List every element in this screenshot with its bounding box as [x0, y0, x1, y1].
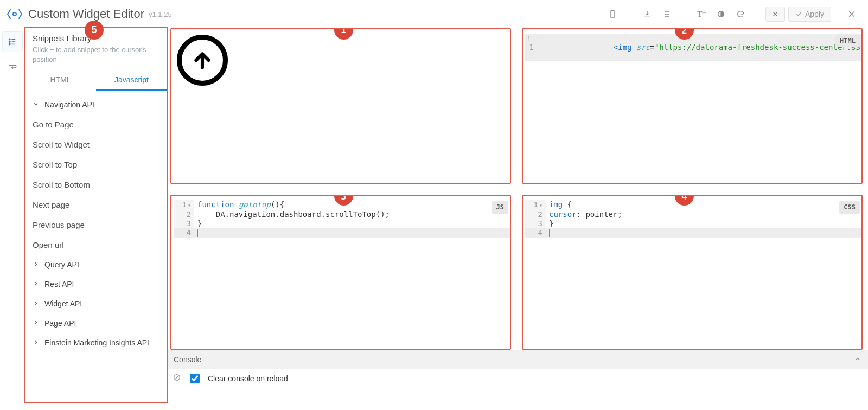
editor-grid: 1 2 HTML i1 <img src="https://datorama-f…	[167, 28, 868, 350]
refresh-icon[interactable]	[731, 7, 750, 22]
snippet-scroll-to-bottom[interactable]: Scroll to Bottom	[25, 175, 167, 195]
app-title: Custom Widget Editor	[28, 7, 144, 21]
snippet-tree: Navigation API Go to Page Scroll to Widg…	[25, 91, 167, 359]
chevron-right-icon	[33, 338, 40, 347]
tree-category-label: Query API	[44, 260, 79, 269]
tab-html[interactable]: HTML	[25, 70, 96, 91]
svg-rect-0	[610, 11, 615, 17]
console-toolbar: Clear console on reload	[167, 369, 868, 388]
js-editor-pane[interactable]: 3 JS 1▾function gototop(){ 2 DA.navigati…	[170, 195, 511, 350]
app-version: v1.1.25	[149, 10, 172, 18]
html-editor-pane[interactable]: 2 HTML i1 <img src="https://datorama-fre…	[522, 28, 863, 184]
ban-icon[interactable]	[173, 373, 181, 383]
wrap-icon[interactable]	[2, 57, 23, 78]
tab-javascript[interactable]: Javascript	[96, 70, 167, 91]
chevron-right-icon	[33, 319, 40, 328]
snippet-scroll-to-widget[interactable]: Scroll to Widget	[25, 134, 167, 155]
left-rail	[0, 28, 25, 410]
console-title: Console	[174, 355, 201, 364]
cancel-button[interactable]	[765, 7, 785, 22]
tree-category-label: Page API	[44, 319, 76, 328]
console-header[interactable]: Console	[167, 350, 868, 369]
js-badge: JS	[492, 201, 508, 214]
snippet-previous-page[interactable]: Previous page	[25, 215, 167, 235]
tree-category-label: Navigation API	[44, 100, 94, 109]
tree-category-navigation-api[interactable]: Navigation API	[25, 95, 167, 114]
css-badge: CSS	[839, 201, 860, 214]
tree-category-page-api[interactable]: Page API	[25, 313, 167, 333]
fold-icon[interactable]: ▾	[539, 202, 542, 208]
close-icon[interactable]	[842, 7, 861, 22]
preview-pane: 1	[170, 28, 511, 184]
chevron-right-icon	[33, 280, 40, 289]
css-editor-pane[interactable]: 4 CSS 1▾img { 2cursor: pointer; 3} 4	[522, 195, 863, 350]
text-size-icon[interactable]: TT	[692, 7, 711, 22]
tree-category-widget-api[interactable]: Widget API	[25, 294, 167, 313]
arrow-up-circle-icon[interactable]	[177, 35, 228, 86]
snippets-panel-toggle[interactable]	[2, 31, 23, 52]
download-icon[interactable]	[637, 7, 657, 22]
svg-point-4	[9, 43, 10, 44]
main-area: 1 2 HTML i1 <img src="https://datorama-f…	[167, 28, 868, 410]
topbar: Custom Widget Editor v1.1.25 TT Apply	[0, 0, 868, 28]
snippet-open-url[interactable]: Open url	[25, 235, 167, 255]
clipboard-icon[interactable]	[603, 7, 622, 22]
snippets-sidebar: 5 Snippets Library Click + to add snippe…	[25, 28, 167, 410]
chevron-down-icon	[33, 100, 40, 109]
callout-1: 1	[334, 28, 353, 40]
tree-category-rest-api[interactable]: Rest API	[25, 274, 167, 294]
contrast-icon[interactable]	[711, 7, 731, 22]
clear-on-reload-checkbox[interactable]	[190, 374, 200, 383]
tree-category-einstein-api[interactable]: Einstein Marketing Insights API	[25, 333, 167, 353]
html-badge: HTML	[835, 35, 860, 47]
list-icon[interactable]	[657, 7, 676, 22]
snippet-next-page[interactable]: Next page	[25, 195, 167, 215]
chevron-up-icon[interactable]	[854, 355, 861, 364]
apply-label: Apply	[805, 10, 824, 18]
tree-category-query-api[interactable]: Query API	[25, 255, 167, 274]
snippet-go-to-page[interactable]: Go to Page	[25, 114, 167, 134]
fold-icon[interactable]: ▾	[188, 202, 191, 208]
tree-category-label: Rest API	[44, 280, 74, 289]
svg-point-3	[9, 41, 10, 42]
callout-5: 5	[85, 21, 104, 40]
sidebar-hint: Click + to add snippet to the cursor's p…	[25, 45, 167, 70]
app-logo-icon	[7, 6, 23, 22]
app-root: Custom Widget Editor v1.1.25 TT Apply	[0, 0, 868, 410]
tree-category-label: Widget API	[44, 299, 82, 308]
chevron-right-icon	[33, 299, 40, 308]
info-icon: i	[525, 34, 532, 41]
tree-category-label: Einstein Marketing Insights API	[44, 338, 149, 347]
svg-point-2	[9, 39, 10, 40]
body: 5 Snippets Library Click + to add snippe…	[0, 28, 868, 410]
clear-on-reload-label: Clear console on reload	[208, 374, 288, 383]
sidebar-tabs: HTML Javascript	[25, 70, 167, 91]
console-panel: Console Clear console on reload	[167, 350, 868, 410]
chevron-right-icon	[33, 260, 40, 269]
snippet-scroll-to-top[interactable]: Scroll to Top	[25, 155, 167, 175]
apply-button[interactable]: Apply	[788, 7, 831, 22]
